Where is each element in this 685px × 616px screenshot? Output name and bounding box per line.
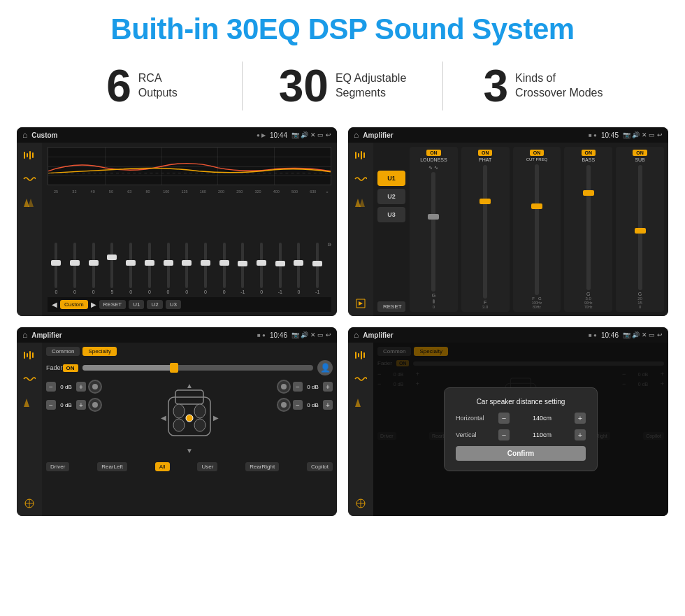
sidebar-eq bbox=[17, 143, 42, 316]
svg-rect-1 bbox=[27, 153, 28, 157]
fader-plus-1[interactable]: + bbox=[76, 382, 86, 392]
sidebar-icon-amp4[interactable] bbox=[352, 296, 370, 310]
fader-plus-3[interactable]: + bbox=[323, 382, 333, 392]
svg-rect-17 bbox=[29, 351, 31, 359]
eq-slider-13[interactable]: -1 bbox=[271, 243, 289, 294]
amp-ch-toggle-cutfreq[interactable]: ON bbox=[530, 150, 545, 156]
amp-preset-u3[interactable]: U3 bbox=[377, 207, 405, 222]
eq-slider-2[interactable]: 0 bbox=[66, 243, 84, 294]
amp-slider-phat[interactable] bbox=[483, 165, 487, 299]
amp-slider-cutfreq[interactable] bbox=[535, 164, 539, 295]
stat-label-rca-1: RCA bbox=[138, 71, 178, 86]
eq-slider-6[interactable]: 0 bbox=[141, 243, 159, 294]
eq-slider-1[interactable]: 0 bbox=[48, 243, 65, 294]
eq-slider-15[interactable]: -1 bbox=[309, 243, 326, 294]
amp-ch-toggle-bass[interactable]: ON bbox=[582, 150, 596, 156]
sidebar-icon-amp2[interactable] bbox=[352, 172, 370, 186]
amp-slider-loudness[interactable] bbox=[431, 172, 435, 292]
dialog-label-vertical: Vertical bbox=[456, 431, 494, 438]
home-icon-dialog[interactable]: ⌂ bbox=[354, 330, 359, 340]
eq-bottom-bar: ◀ Custom ▶ RESET U1 U2 U3 bbox=[48, 297, 331, 312]
dialog-ctrl-horizontal: − 140cm + bbox=[498, 413, 586, 424]
amp-ch-toggle-sub[interactable]: ON bbox=[633, 150, 647, 156]
eq-u1-btn[interactable]: U1 bbox=[129, 300, 144, 309]
eq-slider-3[interactable]: 0 bbox=[85, 243, 102, 294]
sidebar-icon-amp3[interactable] bbox=[352, 196, 370, 210]
fader-bar[interactable] bbox=[82, 365, 313, 371]
amp-ch-toggle-phat[interactable]: ON bbox=[478, 150, 493, 156]
btn-user[interactable]: User bbox=[197, 462, 217, 471]
svg-point-29 bbox=[186, 415, 193, 422]
amp-preset-u2[interactable]: U2 bbox=[377, 189, 405, 204]
fader-minus-3[interactable]: − bbox=[293, 382, 303, 392]
dialog-plus-horizontal[interactable]: + bbox=[575, 413, 586, 424]
eq-slider-11[interactable]: -1 bbox=[234, 243, 252, 294]
sidebar-icon-dialog3[interactable] bbox=[352, 396, 370, 410]
screen-content-eq: 25 32 40 50 63 80 100 125 160 200 250 32… bbox=[17, 143, 337, 316]
eq-slider-9[interactable]: 0 bbox=[197, 243, 215, 294]
sidebar-icon-eq3[interactable] bbox=[20, 196, 38, 210]
svg-marker-38 bbox=[355, 399, 361, 407]
amp-channel-phat: ON PHAT F 3.0 bbox=[461, 147, 510, 312]
btn-all[interactable]: All bbox=[155, 462, 170, 471]
svg-rect-7 bbox=[355, 152, 356, 159]
fader-tab-specialty[interactable]: Specialty bbox=[82, 347, 116, 356]
eq-slider-8[interactable]: 0 bbox=[178, 243, 196, 294]
fader-plus-2[interactable]: + bbox=[76, 400, 86, 410]
btn-copilot[interactable]: Copilot bbox=[307, 462, 333, 471]
sidebar-icon-fader3[interactable] bbox=[20, 396, 38, 410]
eq-prev-btn[interactable]: ◀ bbox=[52, 301, 57, 308]
dialog-confirm-btn[interactable]: Confirm bbox=[456, 446, 586, 461]
fader-minus-1[interactable]: − bbox=[46, 382, 56, 392]
screen-dialog: ⌂ Amplifier ■ ● 10:46 📷 🔊 ✕ ▭ ↩ bbox=[348, 327, 668, 516]
sidebar-icon-dialog1[interactable] bbox=[352, 348, 370, 362]
eq-u2-btn[interactable]: U2 bbox=[147, 300, 162, 309]
eq-next-btn[interactable]: ▶ bbox=[91, 301, 96, 308]
home-icon-eq[interactable]: ⌂ bbox=[22, 130, 27, 140]
sidebar-icon-fader1[interactable] bbox=[20, 348, 38, 362]
sidebar-icon-fader2[interactable] bbox=[20, 372, 38, 386]
btn-rearleft[interactable]: RearLeft bbox=[97, 462, 127, 471]
stat-eq: 30 EQ Adjustable Segments bbox=[243, 64, 442, 108]
eq-slider-4[interactable]: 5 bbox=[103, 243, 121, 294]
fader-val-3: 0 dB bbox=[305, 384, 321, 390]
eq-slider-7[interactable]: 0 bbox=[159, 243, 177, 294]
fader-tab-common[interactable]: Common bbox=[46, 347, 80, 356]
eq-slider-10[interactable]: 0 bbox=[215, 243, 233, 294]
sidebar-icon-fader4[interactable] bbox=[20, 496, 38, 510]
dialog-val-horizontal: 140cm bbox=[512, 415, 572, 422]
eq-slider-14[interactable]: 0 bbox=[290, 243, 308, 294]
fader-minus-2[interactable]: − bbox=[46, 400, 56, 410]
fader-on-btn[interactable]: ON bbox=[63, 364, 78, 372]
sidebar-icon-dialog2[interactable] bbox=[352, 372, 370, 386]
svg-point-26 bbox=[194, 404, 206, 418]
sidebar-dialog bbox=[348, 343, 373, 516]
amp-ch-toggle-loudness[interactable]: ON bbox=[426, 150, 441, 156]
amp-slider-sub[interactable] bbox=[638, 165, 642, 290]
home-icon-amp[interactable]: ⌂ bbox=[354, 130, 359, 140]
btn-driver[interactable]: Driver bbox=[46, 462, 69, 471]
stat-label-crossover-2: Crossover Modes bbox=[515, 86, 603, 101]
sidebar-icon-amp1[interactable] bbox=[352, 148, 370, 162]
fader-plus-4[interactable]: + bbox=[323, 400, 333, 410]
sidebar-icon-dialog4[interactable] bbox=[352, 496, 370, 510]
sidebar-fader bbox=[17, 343, 42, 516]
fader-minus-4[interactable]: − bbox=[293, 400, 303, 410]
eq-u3-btn[interactable]: U3 bbox=[166, 300, 181, 309]
home-icon-fader[interactable]: ⌂ bbox=[22, 330, 27, 340]
eq-slider-5[interactable]: 0 bbox=[122, 243, 140, 294]
user-icon[interactable]: 👤 bbox=[317, 360, 333, 375]
eq-slider-12[interactable]: 0 bbox=[253, 243, 271, 294]
stat-label-eq-2: Segments bbox=[336, 86, 406, 101]
amp-reset-btn[interactable]: RESET bbox=[377, 301, 405, 312]
dialog-minus-vertical[interactable]: − bbox=[498, 429, 510, 440]
dialog-minus-horizontal[interactable]: − bbox=[498, 413, 510, 424]
dialog-plus-vertical[interactable]: + bbox=[575, 429, 586, 440]
amp-preset-u1[interactable]: U1 bbox=[377, 171, 405, 186]
amp-slider-bass[interactable] bbox=[586, 165, 591, 290]
btn-rearright[interactable]: RearRight bbox=[245, 462, 279, 471]
eq-reset-btn[interactable]: RESET bbox=[99, 300, 127, 309]
dialog-label-horizontal: Horizontal bbox=[456, 415, 494, 422]
sidebar-icon-eq[interactable] bbox=[20, 148, 38, 162]
sidebar-icon-eq2[interactable] bbox=[20, 172, 38, 186]
